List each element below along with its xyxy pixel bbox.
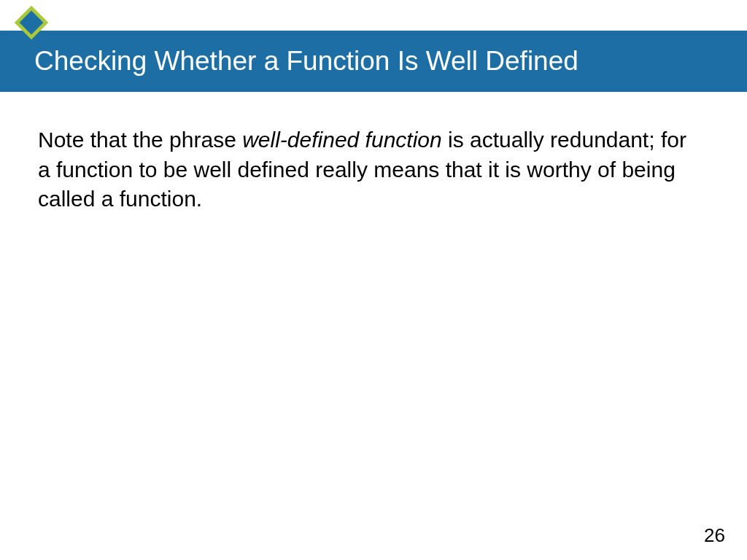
slide-title: Checking Whether a Function Is Well Defi… [34,46,578,77]
slide-title-bar: Checking Whether a Function Is Well Defi… [0,31,747,92]
page-number: 26 [704,524,725,547]
body-paragraph: Note that the phrase well-defined functi… [38,125,703,214]
diamond-bullet-icon [10,1,53,44]
slide-body: Note that the phrase well-defined functi… [38,125,703,214]
para-text-1: Note that the phrase [38,128,242,152]
para-italic-phrase: well-defined function [242,128,442,152]
